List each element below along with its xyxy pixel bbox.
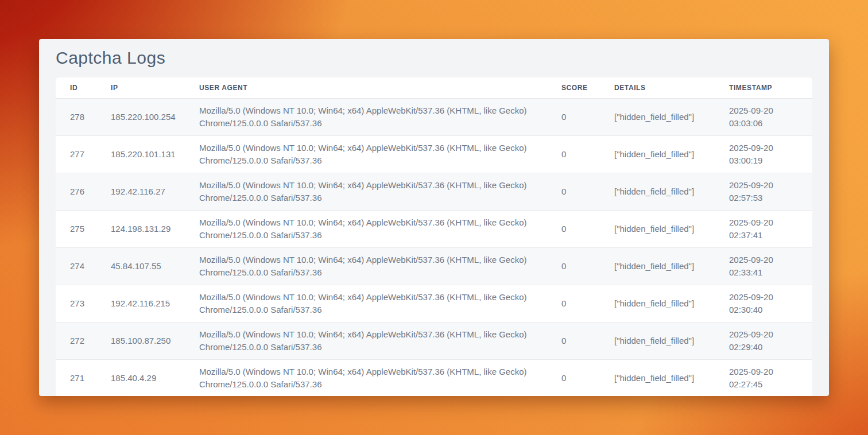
cell-id: 277 xyxy=(56,135,111,173)
cell-id: 273 xyxy=(56,285,111,322)
cell-score: 0 xyxy=(561,359,614,396)
cell-user-agent: Mozilla/5.0 (Windows NT 10.0; Win64; x64… xyxy=(199,322,561,359)
table-row: 27445.84.107.55Mozilla/5.0 (Windows NT 1… xyxy=(56,247,812,285)
captcha-logs-table: ID IP USER AGENT SCORE DETAILS TIMESTAMP… xyxy=(56,77,812,396)
cell-user-agent: Mozilla/5.0 (Windows NT 10.0; Win64; x64… xyxy=(199,98,561,135)
table-row: 271185.40.4.29Mozilla/5.0 (Windows NT 10… xyxy=(56,359,812,396)
cell-ip: 192.42.116.215 xyxy=(111,285,199,322)
cell-details: ["hidden_field_filled"] xyxy=(614,322,729,359)
logs-table-container: ID IP USER AGENT SCORE DETAILS TIMESTAMP… xyxy=(56,77,812,396)
cell-score: 0 xyxy=(561,210,614,247)
cell-details: ["hidden_field_filled"] xyxy=(614,173,729,210)
column-header-score: SCORE xyxy=(561,77,614,98)
cell-user-agent: Mozilla/5.0 (Windows NT 10.0; Win64; x64… xyxy=(199,135,561,173)
cell-timestamp: 2025-09-20 03:03:06 xyxy=(729,98,812,135)
captcha-logs-card: Captcha Logs ID IP USER AGENT SCORE DETA… xyxy=(39,39,829,396)
column-header-timestamp: TIMESTAMP xyxy=(729,77,812,98)
cell-user-agent: Mozilla/5.0 (Windows NT 10.0; Win64; x64… xyxy=(199,173,561,210)
page-title: Captcha Logs xyxy=(56,48,829,68)
cell-timestamp: 2025-09-20 03:00:19 xyxy=(729,135,812,173)
cell-ip: 192.42.116.27 xyxy=(111,173,199,210)
cell-ip: 185.220.101.131 xyxy=(111,135,199,173)
cell-details: ["hidden_field_filled"] xyxy=(614,247,729,285)
column-header-user-agent: USER AGENT xyxy=(199,77,561,98)
cell-id: 271 xyxy=(56,359,111,396)
cell-user-agent: Mozilla/5.0 (Windows NT 10.0; Win64; x64… xyxy=(199,359,561,396)
cell-ip: 124.198.131.29 xyxy=(111,210,199,247)
table-row: 277185.220.101.131Mozilla/5.0 (Windows N… xyxy=(56,135,812,173)
table-header-row: ID IP USER AGENT SCORE DETAILS TIMESTAMP xyxy=(56,77,812,98)
cell-ip: 45.84.107.55 xyxy=(111,247,199,285)
table-row: 272185.100.87.250Mozilla/5.0 (Windows NT… xyxy=(56,322,812,359)
cell-score: 0 xyxy=(561,173,614,210)
cell-score: 0 xyxy=(561,285,614,322)
table-row: 275124.198.131.29Mozilla/5.0 (Windows NT… xyxy=(56,210,812,247)
column-header-id: ID xyxy=(56,77,111,98)
cell-timestamp: 2025-09-20 02:27:45 xyxy=(729,359,812,396)
cell-user-agent: Mozilla/5.0 (Windows NT 10.0; Win64; x64… xyxy=(199,210,561,247)
cell-ip: 185.100.87.250 xyxy=(111,322,199,359)
cell-timestamp: 2025-09-20 02:30:40 xyxy=(729,285,812,322)
cell-id: 276 xyxy=(56,173,111,210)
cell-user-agent: Mozilla/5.0 (Windows NT 10.0; Win64; x64… xyxy=(199,285,561,322)
column-header-ip: IP xyxy=(111,77,199,98)
page-background: { "page": { "title": "Captcha Logs" }, "… xyxy=(0,0,868,435)
column-header-details: DETAILS xyxy=(614,77,729,98)
cell-details: ["hidden_field_filled"] xyxy=(614,98,729,135)
cell-ip: 185.220.100.254 xyxy=(111,98,199,135)
table-row: 278185.220.100.254Mozilla/5.0 (Windows N… xyxy=(56,98,812,135)
cell-id: 278 xyxy=(56,98,111,135)
cell-id: 272 xyxy=(56,322,111,359)
table-row: 276192.42.116.27Mozilla/5.0 (Windows NT … xyxy=(56,173,812,210)
cell-user-agent: Mozilla/5.0 (Windows NT 10.0; Win64; x64… xyxy=(199,247,561,285)
cell-timestamp: 2025-09-20 02:37:41 xyxy=(729,210,812,247)
cell-id: 274 xyxy=(56,247,111,285)
cell-ip: 185.40.4.29 xyxy=(111,359,199,396)
cell-details: ["hidden_field_filled"] xyxy=(614,359,729,396)
cell-score: 0 xyxy=(561,322,614,359)
cell-timestamp: 2025-09-20 02:29:40 xyxy=(729,322,812,359)
cell-details: ["hidden_field_filled"] xyxy=(614,285,729,322)
cell-score: 0 xyxy=(561,247,614,285)
cell-score: 0 xyxy=(561,98,614,135)
table-row: 273192.42.116.215Mozilla/5.0 (Windows NT… xyxy=(56,285,812,322)
cell-score: 0 xyxy=(561,135,614,173)
cell-details: ["hidden_field_filled"] xyxy=(614,135,729,173)
cell-details: ["hidden_field_filled"] xyxy=(614,210,729,247)
cell-timestamp: 2025-09-20 02:57:53 xyxy=(729,173,812,210)
cell-id: 275 xyxy=(56,210,111,247)
cell-timestamp: 2025-09-20 02:33:41 xyxy=(729,247,812,285)
